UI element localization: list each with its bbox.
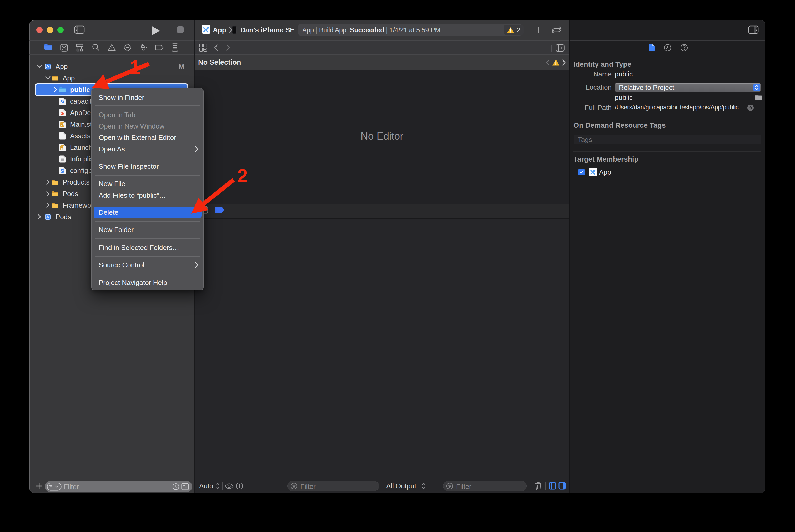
svg-text:1: 1	[129, 56, 140, 78]
svg-text:2: 2	[237, 165, 248, 186]
